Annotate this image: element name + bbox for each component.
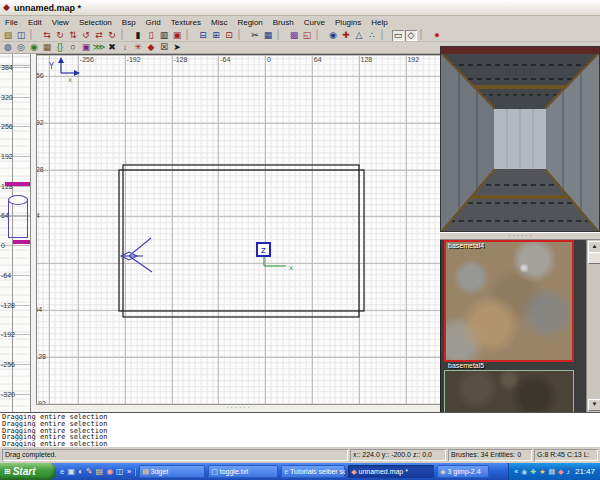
csg-subtract-icon[interactable]: ⊟	[197, 30, 209, 41]
menu-item[interactable]: Bsp	[117, 18, 141, 27]
plugin-wings-icon[interactable]: ⋙	[93, 42, 105, 53]
task-button[interactable]: e Tutorials selber sch...	[281, 465, 345, 478]
select-inside-icon[interactable]: ▣	[171, 30, 183, 41]
separator[interactable]: ▏	[119, 30, 131, 41]
menu-item[interactable]: Textures	[166, 18, 206, 27]
plugin-ball-icon[interactable]: ◉	[28, 42, 40, 53]
plugin-arrow-down-icon[interactable]: ↓	[119, 42, 131, 53]
texture-scrollbar[interactable]: ▲ ▼	[586, 240, 600, 412]
task-button-active[interactable]: ◆ unnamed.map *	[348, 465, 434, 478]
menu-item[interactable]: Curve	[299, 18, 330, 27]
separator[interactable]: ▏	[379, 30, 391, 41]
menu-item[interactable]: Help	[366, 18, 392, 27]
show-desktop-icon[interactable]: ▣	[67, 468, 75, 476]
explorer-icon[interactable]: ▤	[96, 468, 104, 476]
csg-merge-icon[interactable]: ⊞	[210, 30, 222, 41]
separator[interactable]: ▏	[236, 30, 248, 41]
update-icon[interactable]: ◉	[521, 468, 527, 475]
plugin-pin-icon[interactable]: ✳	[132, 42, 144, 53]
plugin-brick-icon[interactable]: ▦	[41, 42, 53, 53]
star-icon[interactable]: ★	[539, 468, 545, 475]
camera-icon[interactable]: ◉	[327, 30, 339, 41]
menu-item[interactable]: Region	[232, 18, 267, 27]
task-button[interactable]: ◈ 3 gimp-2.4	[437, 465, 489, 478]
rotate-y-icon[interactable]: ↺	[80, 30, 92, 41]
texture-lock-icon[interactable]: ◇	[405, 30, 417, 41]
alert-icon[interactable]: ◆	[558, 468, 563, 475]
texture-browser[interactable]: basemetal4 basemetal5 ▲ ▼	[440, 240, 600, 412]
vertex-mode-icon[interactable]: ∴	[366, 30, 378, 41]
menu-item[interactable]: Misc	[206, 18, 232, 27]
plugin-pointer-icon[interactable]: ➤	[171, 42, 183, 53]
plugin-sphere-icon[interactable]: ◍	[2, 42, 14, 53]
xy-grid-view[interactable]: -256-192-128-64064128192 256192128640-64…	[36, 54, 440, 404]
plugin-braces-icon[interactable]: {}	[54, 42, 66, 53]
texture-swatch[interactable]	[444, 370, 574, 412]
texture-splitter[interactable]: · · · · · ·	[440, 232, 600, 240]
z-axis-view[interactable]: 384320256192128640-64-128-192-256-320	[0, 54, 31, 412]
separator[interactable]: ▏	[314, 30, 326, 41]
separator[interactable]: ▏	[275, 30, 287, 41]
separator[interactable]: ▏	[28, 30, 40, 41]
z-marker[interactable]: z x	[257, 243, 293, 272]
texture-swatch-selected[interactable]	[444, 240, 574, 362]
rotate-z-icon[interactable]: ↻	[106, 30, 118, 41]
save-icon[interactable]: ◫	[15, 30, 27, 41]
plugin-square-icon[interactable]: ▣	[80, 42, 92, 53]
menu-item[interactable]: View	[47, 18, 74, 27]
health-icon[interactable]: ✚	[530, 468, 536, 475]
change-views-icon[interactable]: ▦	[262, 30, 274, 41]
brush-rect-inner[interactable]	[119, 170, 364, 311]
open-icon[interactable]: ▨	[2, 30, 14, 41]
mail-icon[interactable]: ◫	[116, 468, 124, 476]
scroll-down-icon[interactable]: ▼	[588, 399, 600, 411]
display-icon[interactable]: ▤	[548, 468, 555, 475]
rotate-x-icon[interactable]: ↻	[54, 30, 66, 41]
paint-icon[interactable]: ✎	[86, 468, 93, 476]
plugin-close-icon[interactable]: ☒	[158, 42, 170, 53]
menu-item[interactable]: Brush	[268, 18, 299, 27]
overflow-chevron-icon[interactable]: »	[127, 468, 131, 476]
cubic-clip-icon[interactable]: ◱	[301, 30, 313, 41]
xy-view-icon[interactable]: ▭	[392, 30, 404, 41]
entity-arrow[interactable]	[121, 238, 152, 272]
flip-z-icon[interactable]: ⇄	[93, 30, 105, 41]
hide-icons-chevron[interactable]: «	[514, 468, 518, 475]
select-complete-tall-icon[interactable]: ▮	[132, 30, 144, 41]
console-log[interactable]: Dragging entire selectionDragging entire…	[0, 412, 600, 447]
menu-item[interactable]: Edit	[23, 18, 47, 27]
messenger-icon[interactable]: ◉	[106, 468, 113, 476]
select-partial-tall-icon[interactable]: ▥	[158, 30, 170, 41]
ie-icon[interactable]: e	[60, 468, 64, 476]
title-bar[interactable]: ◆ unnamed.map *	[0, 0, 600, 16]
menu-item[interactable]: File	[0, 18, 23, 27]
clipper-icon[interactable]: ✂	[249, 30, 261, 41]
menu-item[interactable]: Plugins	[330, 18, 366, 27]
separator[interactable]: ▏	[184, 30, 196, 41]
free-rotation-icon[interactable]: ●	[431, 30, 443, 41]
plugin-moth-icon[interactable]: ✖	[106, 42, 118, 53]
make-hollow-icon[interactable]: ⊡	[223, 30, 235, 41]
menu-item[interactable]: Grid	[141, 18, 166, 27]
plugin-diamond-icon[interactable]: ◆	[145, 42, 157, 53]
media-player-icon[interactable]: ◐	[78, 468, 83, 476]
edge-mode-icon[interactable]: △	[353, 30, 365, 41]
menu-item[interactable]: Selection	[74, 18, 117, 27]
entities-icon[interactable]: ✚	[340, 30, 352, 41]
scrollbar-thumb[interactable]	[588, 252, 600, 264]
ceiling-edge	[441, 47, 599, 54]
volume-icon[interactable]: ♪	[566, 468, 570, 475]
flip-y-icon[interactable]: ⇅	[67, 30, 79, 41]
start-button[interactable]: ⊞ Start	[0, 463, 56, 480]
texture-view-icon[interactable]: ▩	[288, 30, 300, 41]
quick-launch: e▣◐✎▤◉◫ »	[56, 468, 136, 476]
separator[interactable]: ▏	[418, 30, 430, 41]
task-button[interactable]: ▢ toggle.txt	[208, 465, 278, 478]
select-touching-icon[interactable]: ▯	[145, 30, 157, 41]
camera-3d-view[interactable]	[440, 46, 600, 232]
plugin-circle-icon[interactable]: ○	[67, 42, 79, 53]
plugin-globe-icon[interactable]: ◎	[15, 42, 27, 53]
flip-x-icon[interactable]: ⇆	[41, 30, 53, 41]
task-button[interactable]: ▤ 3dget	[139, 465, 205, 478]
brush-rect-outer[interactable]	[123, 165, 359, 317]
